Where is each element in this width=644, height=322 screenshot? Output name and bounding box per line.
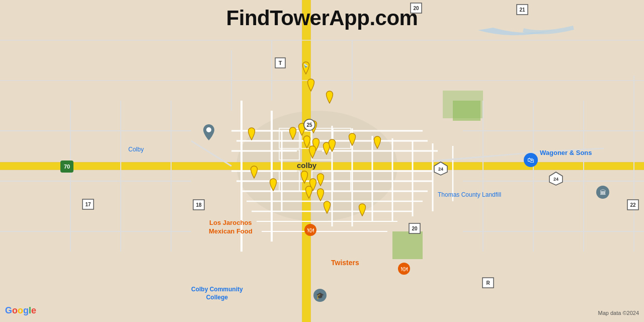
tower-marker[interactable] [303,186,314,199]
svg-text:22: 22 [630,202,636,208]
tower-marker[interactable] [315,173,326,186]
tower-marker[interactable] [321,201,333,214]
tower-marker[interactable] [268,178,279,191]
tower-marker[interactable] [305,78,316,92]
svg-text:24: 24 [553,177,558,182]
hwy25-badge: 25 [303,119,315,133]
svg-text:21: 21 [519,7,525,13]
los-jarochos-food-icon[interactable]: 🍽 [304,223,317,238]
svg-text:🍽: 🍽 [401,265,408,273]
svg-text:🍽: 🍽 [307,226,314,234]
wagoner-sons-label: Wagoner & Sons [540,149,592,157]
tower-marker[interactable] [357,203,368,216]
hwyr-badge: R [482,277,494,290]
svg-text:R: R [486,280,490,286]
colby-city-label: colby [297,161,316,170]
map-background [0,0,644,322]
svg-text:20: 20 [412,226,418,231]
tower-marker[interactable] [315,188,326,201]
svg-text:24: 24 [438,167,443,172]
tower-marker[interactable] [327,139,338,152]
hwy20-badge: 20 [409,223,421,236]
map-container[interactable]: FindTowerApp.com 📡 [0,0,644,322]
tower-marker[interactable]: 📡 [300,61,311,74]
college-label: Colby CommunityCollege [191,286,243,301]
transit-t-badge: T [275,57,286,70]
hwy22-badge: 22 [627,199,639,212]
svg-text:📡: 📡 [304,63,309,68]
thomas-county-icon[interactable]: 🏛 [596,185,610,201]
svg-text:17: 17 [85,202,91,207]
wehelpsellit-label: Colby [128,146,144,154]
los-jarochos-label: Los JarochosMexican Food [209,219,253,236]
hwy18-badge: 18 [193,199,205,212]
svg-text:🛍: 🛍 [527,156,534,164]
tower-marker[interactable] [324,91,335,104]
svg-point-63 [206,127,211,132]
svg-rect-8 [0,163,644,170]
svg-text:T: T [279,60,282,66]
svg-text:70: 70 [64,164,70,170]
tower-marker[interactable] [347,133,358,146]
svg-rect-2 [453,101,480,121]
tower-marker[interactable] [246,127,257,140]
hwy17-badge: 17 [82,199,94,212]
college-icon[interactable]: 🎓 [313,288,327,304]
wehelpsellit-pin[interactable] [202,123,216,143]
us24b-badge: 24 [548,171,564,188]
us24-badge: 24 [433,161,448,178]
tower-marker[interactable] [249,166,260,179]
wagoner-shopping-icon[interactable]: 🛍 [523,152,538,170]
hwy21-badge: 21 [516,4,528,17]
svg-text:🏛: 🏛 [600,189,606,196]
thomas-county-label: Thomas County Landfill [438,191,501,199]
map-data-credit: Map data ©2024 [598,310,639,316]
twisters-label: Twisters [331,258,359,267]
interstate-70-badge: 70 [59,160,75,175]
twisters-food-icon[interactable]: 🍽 [397,262,411,277]
tower-marker[interactable] [307,145,318,158]
google-logo: G o o g l e [5,305,36,316]
svg-text:🎓: 🎓 [316,291,325,300]
svg-text:25: 25 [306,122,312,128]
svg-text:18: 18 [196,202,202,208]
app-title: FindTowerApp.com [226,6,418,30]
tower-marker[interactable] [372,136,383,149]
